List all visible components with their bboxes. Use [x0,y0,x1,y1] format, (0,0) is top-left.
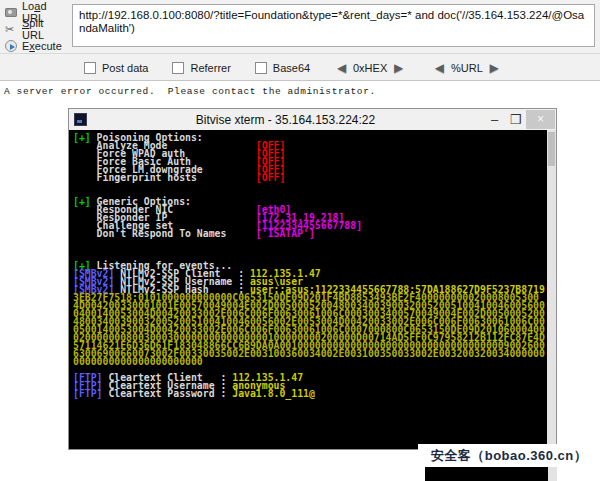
referrer-checkbox[interactable]: Referrer [172,62,230,74]
terminal-line: Fingerprint hosts [OFF] [73,173,547,181]
watermark-label: 安全客（bobao.360.cn） [418,444,600,467]
base64-checkbox[interactable]: Base64 [255,62,310,74]
terminal-line [73,245,547,253]
terminal-title: Bitvise xterm - 35.164.153.224:22 [87,113,484,127]
url-input[interactable]: http://192.168.0.100:8080/?title=Foundat… [72,4,595,47]
background-window-fragment [425,467,557,481]
terminal-app-icon [74,113,87,126]
terminal-scrollbar-thumb[interactable] [548,132,555,166]
split-url-button[interactable]: ✂Split URL [2,20,68,37]
hackbar-toolbar: Load URL✂Split URLExecute http://192.168… [0,0,600,81]
minimize-button[interactable]: – [484,111,505,129]
hex-decode-arrow-button[interactable]: ◄ [334,62,349,74]
execute-button[interactable]: Execute [2,37,68,54]
converter-group: ◄0xHEX►◄%URL► [334,62,527,74]
maximize-button[interactable]: ❒ [505,111,526,129]
terminal-output: [+] Poisoning Options: Analyze Mode [OFF… [69,130,547,449]
post-data-checkbox-box[interactable] [84,62,96,74]
url-converter: ◄%URL► [432,62,502,74]
base64-checkbox-box[interactable] [255,62,267,74]
load-url-icon [5,8,17,17]
post-data-checkbox[interactable]: Post data [84,62,148,74]
terminal-line: [FTP] Cleartext Password : Java1.8.0_111… [73,389,547,397]
hex-converter-label: 0xHEX [353,62,387,74]
background-window-scrollbar [548,467,557,481]
checkbox-group: Post dataReferrerBase64 [84,62,334,74]
referrer-checkbox-label: Referrer [190,62,230,74]
url-converter-label: %URL [451,62,483,74]
split-url-icon: ✂ [5,23,17,35]
server-error-text: A server error occurred. Please contact … [4,86,376,97]
bitvise-xterm-window: Bitvise xterm - 35.164.153.224:22 – ❒ × … [68,108,557,450]
close-button[interactable]: × [526,110,555,129]
execute-label: Execute [22,40,62,52]
execute-icon [5,40,17,52]
url-decode-arrow-button[interactable]: ◄ [432,62,447,74]
post-data-checkbox-label: Post data [102,62,148,74]
hackbar-sidebar: Load URL✂Split URLExecute [2,3,68,54]
hackbar-options-row: Post dataReferrerBase64 ◄0xHEX►◄%URL► [0,53,600,81]
terminal-line: Don't Respond To Names ['ISATAP'] [73,229,547,237]
terminal-scrollbar[interactable] [547,130,556,449]
split-url-label: Split URL [22,17,68,41]
referrer-checkbox-box[interactable] [172,62,184,74]
terminal-titlebar[interactable]: Bitvise xterm - 35.164.153.224:22 – ❒ × [69,109,556,130]
url-encode-arrow-button[interactable]: ► [487,62,502,74]
base64-checkbox-label: Base64 [273,62,310,74]
hex-converter: ◄0xHEX► [334,62,406,74]
hex-encode-arrow-button[interactable]: ► [391,62,406,74]
